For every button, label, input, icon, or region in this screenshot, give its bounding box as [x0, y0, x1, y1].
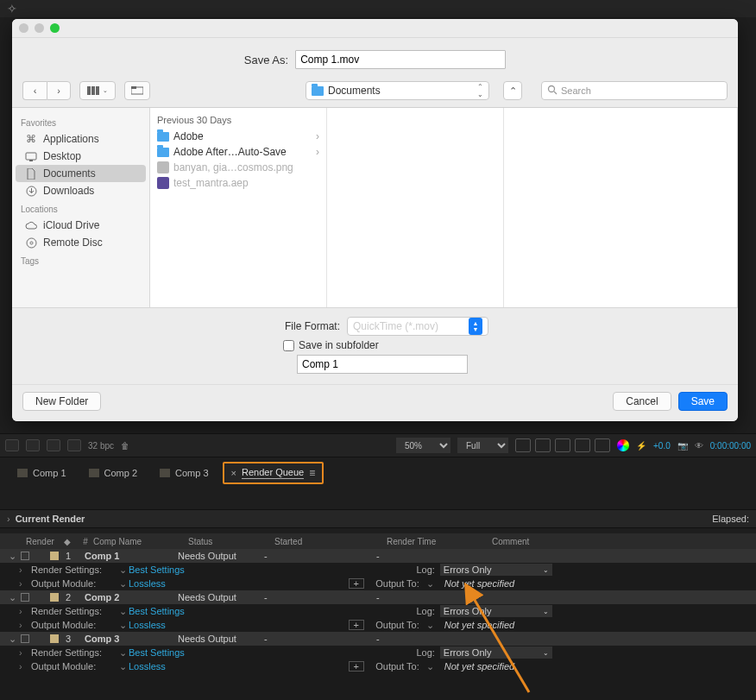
- chevron-down-icon[interactable]: ⌄: [119, 647, 127, 659]
- viewer-btn[interactable]: [515, 438, 531, 452]
- sidebar-item-downloads[interactable]: Downloads: [16, 182, 146, 199]
- queue-item-row[interactable]: ⌄ 2 Comp 2 Needs Output - -: [0, 590, 756, 604]
- output-to-value[interactable]: Not yet specified: [444, 661, 514, 672]
- twirl-icon[interactable]: ⌄: [9, 634, 21, 645]
- zoom-select[interactable]: 50%: [396, 438, 450, 453]
- location-select[interactable]: Documents ⌃⌄: [306, 81, 489, 100]
- output-to-value[interactable]: Not yet specified: [444, 578, 514, 589]
- render-settings-link[interactable]: Best Settings: [129, 564, 185, 575]
- chevron-down-icon[interactable]: ⌄: [119, 578, 127, 590]
- render-settings-link[interactable]: Best Settings: [129, 606, 185, 616]
- zoom-icon[interactable]: [50, 23, 60, 33]
- list-item[interactable]: Adobe After…Auto-Save›: [150, 144, 326, 160]
- queue-item-row[interactable]: ⌄ 3 Comp 3 Needs Output - -: [0, 632, 756, 646]
- view-mode-button[interactable]: ⌄: [79, 81, 116, 100]
- panel-menu-icon[interactable]: ≡: [309, 467, 315, 479]
- collapse-button[interactable]: ⌃: [503, 81, 522, 100]
- col-flag: ◆: [64, 537, 78, 546]
- sidebar: Favorites ⌘Applications Desktop Document…: [12, 108, 150, 307]
- sidebar-item-applications[interactable]: ⌘Applications: [16, 130, 146, 148]
- tab-render-queue[interactable]: × Render Queue ≡: [223, 462, 324, 484]
- chevron-down-icon[interactable]: ⌄: [119, 661, 127, 672]
- render-checkbox[interactable]: [21, 552, 29, 560]
- forward-button[interactable]: ›: [47, 81, 71, 100]
- viewer-btn[interactable]: [575, 438, 590, 452]
- save-button[interactable]: Save: [678, 392, 728, 411]
- tab-comp-1[interactable]: Comp 1: [9, 464, 75, 482]
- queue-time: -: [376, 592, 380, 602]
- back-forward-segment: ‹ ›: [22, 81, 71, 100]
- dialog-toolbar: ‹ › ⌄ Documents ⌃⌄ ⌃ Search: [12, 78, 738, 108]
- render-settings-label: Render Settings:: [31, 564, 117, 575]
- resolution-select[interactable]: Full: [457, 438, 508, 453]
- trash-icon[interactable]: 🗑: [121, 441, 129, 451]
- strip-icon[interactable]: [5, 439, 19, 451]
- viewer-btn[interactable]: [595, 438, 610, 452]
- sidebar-item-documents[interactable]: Documents: [16, 165, 146, 182]
- bpc-label[interactable]: 32 bpc: [88, 441, 114, 451]
- timecode[interactable]: 0:00:00:00: [710, 441, 751, 451]
- subfolder-label: Save in subfolder: [299, 339, 379, 351]
- search-field[interactable]: Search: [541, 81, 728, 100]
- new-folder-button[interactable]: New Folder: [22, 392, 101, 411]
- render-settings-link[interactable]: Best Settings: [129, 647, 185, 658]
- add-output-button[interactable]: +: [349, 620, 364, 630]
- sidebar-item-desktop[interactable]: Desktop: [16, 148, 146, 165]
- subfolder-input[interactable]: [297, 355, 468, 374]
- sidebar-item-remote-disc[interactable]: Remote Disc: [16, 234, 146, 251]
- toggle-icon[interactable]: ⚡: [636, 441, 646, 451]
- output-module-link[interactable]: Lossless: [129, 620, 166, 630]
- twirl-icon[interactable]: ›: [19, 620, 31, 630]
- chevron-down-icon[interactable]: ⌄: [426, 578, 434, 590]
- close-icon[interactable]: ×: [231, 468, 236, 478]
- strip-icon[interactable]: [47, 439, 60, 451]
- snapshot-icon[interactable]: 📷: [677, 441, 688, 451]
- file-format-select[interactable]: QuickTime (*.mov) ▲▼: [347, 317, 488, 336]
- queue-status: Needs Output: [178, 592, 264, 602]
- output-module-link[interactable]: Lossless: [129, 578, 166, 589]
- cancel-button[interactable]: Cancel: [613, 392, 671, 411]
- add-output-button[interactable]: +: [349, 661, 364, 672]
- chevron-right-icon[interactable]: ›: [7, 514, 10, 524]
- color-wheel-icon[interactable]: [617, 439, 629, 451]
- render-checkbox[interactable]: [21, 593, 29, 602]
- svg-rect-4: [131, 86, 136, 89]
- add-output-button[interactable]: +: [349, 578, 364, 589]
- tab-comp-2[interactable]: Comp 2: [80, 464, 147, 482]
- back-button[interactable]: ‹: [22, 81, 47, 100]
- chevron-down-icon[interactable]: ⌄: [426, 661, 434, 672]
- exposure-value[interactable]: +0.0: [653, 441, 671, 451]
- strip-icon[interactable]: [26, 439, 40, 451]
- chevron-down-icon[interactable]: ⌄: [426, 620, 434, 631]
- sidebar-item-icloud[interactable]: iCloud Drive: [16, 217, 146, 234]
- twirl-icon[interactable]: ›: [19, 578, 31, 589]
- preview-icon[interactable]: 👁: [695, 441, 703, 451]
- render-checkbox[interactable]: [21, 634, 29, 643]
- strip-icon[interactable]: [67, 439, 81, 451]
- log-select[interactable]: Errors Only⌄: [440, 605, 552, 617]
- output-to-value[interactable]: Not yet specified: [444, 620, 514, 630]
- chevron-down-icon[interactable]: ⌄: [119, 606, 127, 617]
- queue-item-row[interactable]: ⌄ 1 Comp 1 Needs Output - -: [0, 549, 756, 563]
- aep-icon: [157, 177, 169, 189]
- twirl-icon[interactable]: ⌄: [9, 592, 21, 603]
- viewer-btn[interactable]: [535, 438, 551, 452]
- col-time: Render Time: [387, 537, 492, 546]
- log-select[interactable]: Errors Only⌄: [440, 646, 552, 659]
- log-select[interactable]: Errors Only⌄: [440, 564, 552, 576]
- output-module-link[interactable]: Lossless: [129, 661, 166, 672]
- chevron-down-icon[interactable]: ⌄: [119, 620, 127, 631]
- twirl-icon[interactable]: ›: [19, 661, 31, 672]
- twirl-icon[interactable]: ›: [19, 647, 31, 658]
- subfolder-checkbox[interactable]: [283, 340, 294, 351]
- twirl-icon[interactable]: ⌄: [9, 551, 21, 562]
- tab-comp-3[interactable]: Comp 3: [151, 464, 217, 482]
- close-icon[interactable]: [19, 23, 28, 33]
- twirl-icon[interactable]: ›: [19, 606, 31, 616]
- viewer-btn[interactable]: [555, 438, 570, 452]
- group-button[interactable]: [124, 81, 150, 100]
- twirl-icon[interactable]: ›: [19, 564, 31, 575]
- list-item[interactable]: Adobe›: [150, 129, 326, 144]
- filename-input[interactable]: [295, 50, 506, 69]
- chevron-down-icon[interactable]: ⌄: [119, 564, 127, 576]
